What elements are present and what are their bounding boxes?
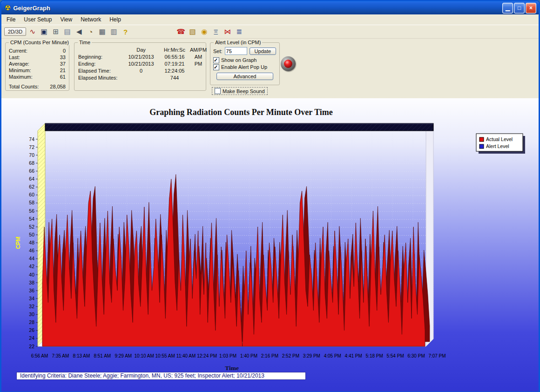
elapsed-minutes-ampm — [190, 74, 207, 81]
clock-icon[interactable]: ◔ — [85, 27, 96, 37]
scales-icon[interactable]: Ξ — [210, 27, 221, 37]
svg-text:1:03 PM: 1:03 PM — [219, 353, 236, 358]
alert-level-band — [45, 123, 433, 131]
time-header-hms: Hr:Mn:Sc — [159, 47, 190, 54]
report-icon[interactable]: ▤ — [62, 27, 73, 37]
time-groupbox: Time Day Hr:Mn:Sc AM/PM Beginning: 10/21… — [74, 42, 206, 91]
time-beginning-label: Beginning: — [78, 54, 123, 61]
alert-set-label: Set: — [213, 48, 223, 54]
svg-text:58: 58 — [29, 200, 34, 205]
phone-icon[interactable]: ☎ — [176, 27, 186, 37]
cpm-minimum-label: Minimum: — [9, 67, 31, 74]
svg-text:11:40 AM: 11:40 AM — [176, 353, 196, 358]
save-icon[interactable]: ▣ — [39, 27, 49, 37]
radiation-app-icon: ☢ — [5, 4, 11, 12]
chart-title: Graphing Radiation Counts Per Minute Ove… — [149, 108, 333, 117]
svg-text:Actual Level: Actual Level — [486, 136, 513, 142]
svg-text:40: 40 — [29, 272, 34, 277]
svg-text:52: 52 — [29, 224, 34, 230]
cpm-maximum-value: 61 — [60, 74, 66, 80]
svg-text:64: 64 — [29, 176, 34, 182]
elapsed-minutes-day — [123, 74, 159, 81]
calculator-icon[interactable]: ⊞ — [50, 27, 61, 37]
cpm-current-value: 0 — [63, 47, 66, 54]
svg-text:30: 30 — [29, 311, 34, 317]
menu-view[interactable]: View — [56, 15, 76, 24]
elapsed-time-day: 0 — [123, 68, 159, 74]
svg-text:4:05 PM: 4:05 PM — [324, 353, 341, 358]
bell-icon[interactable]: ◉ — [199, 27, 209, 37]
svg-text:48: 48 — [29, 240, 34, 245]
svg-text:10:55 AM: 10:55 AM — [155, 353, 175, 358]
time-header-day: Day — [123, 47, 159, 54]
stats-panel-area: CPM (Counts Per Minute) Current:0 Last:3… — [1, 39, 539, 98]
speaker-icon[interactable]: ◀ — [74, 27, 84, 37]
menu-help[interactable]: Help — [105, 15, 125, 24]
svg-text:46: 46 — [29, 248, 34, 253]
network-icon[interactable]: ≣ — [234, 27, 244, 37]
time-ending-hms: 07:19:21 — [159, 61, 190, 68]
chart-area: 2224262830323436384042444648505254565860… — [1, 98, 539, 392]
geigergraph-window: ☢ GeigerGraph ▁ □ × File User Setup View… — [0, 0, 540, 392]
elapsed-minutes-label: Elapsed Minutes: — [78, 74, 123, 81]
svg-text:8:51 AM: 8:51 AM — [94, 353, 111, 358]
printer-icon[interactable]: ▦ — [97, 27, 108, 37]
toolbar: 2D/3D ∿ ▣ ⊞ ▤ ◀ ◔ ▦ ▥ ? ☎ ▧ ◉ Ξ ⋈ ≣ — [1, 25, 539, 39]
svg-text:44: 44 — [29, 256, 34, 261]
ribbon-icon[interactable]: ⋈ — [222, 27, 233, 37]
alert-set-input[interactable] — [225, 47, 247, 55]
update-button[interactable]: Update — [250, 47, 276, 55]
svg-text:70: 70 — [29, 152, 34, 158]
mode-2d3d-button[interactable]: 2D/3D — [4, 27, 26, 36]
tape-icon[interactable]: ▥ — [108, 27, 119, 37]
alert-led-light — [284, 60, 292, 68]
advanced-button[interactable]: Advanced — [216, 73, 273, 80]
cpm-groupbox-title: CPM (Counts Per Minute) — [9, 40, 70, 45]
make-beep-sound-checkbox[interactable] — [215, 88, 221, 94]
help-icon[interactable]: ? — [120, 27, 131, 37]
time-beginning-ampm: AM — [190, 54, 207, 61]
time-beginning-hms: 06:55:16 — [159, 54, 190, 61]
cpm-last-label: Last: — [9, 54, 20, 61]
svg-text:6:56 AM: 6:56 AM — [31, 353, 48, 358]
svg-text:28: 28 — [29, 319, 34, 325]
enable-alert-popup-label: Enable Alert Pop Up — [221, 64, 267, 71]
menu-user-setup[interactable]: User Setup — [20, 15, 56, 24]
svg-text:2:16 PM: 2:16 PM — [261, 353, 278, 358]
show-on-graph-checkbox[interactable] — [213, 57, 219, 63]
svg-text:38: 38 — [29, 280, 34, 285]
svg-text:72: 72 — [29, 144, 34, 150]
close-button[interactable]: × — [526, 3, 536, 14]
alert-level-groupbox: Alert Level (in CPM) Set: Update Show on… — [210, 42, 280, 85]
cpm-maximum-label: Maximum: — [9, 74, 33, 80]
total-counts-value: 28,058 — [50, 84, 66, 89]
cpm-average-value: 37 — [60, 61, 66, 67]
show-on-graph-label: Show on Graph — [221, 57, 256, 64]
svg-text:74: 74 — [29, 136, 34, 142]
enable-alert-popup-checkbox[interactable] — [213, 64, 219, 70]
svg-text:42: 42 — [29, 264, 34, 269]
maximize-button[interactable]: □ — [514, 3, 525, 14]
svg-text:32: 32 — [29, 304, 34, 309]
time-beginning-day: 10/21/2013 — [123, 54, 159, 61]
svg-text:56: 56 — [29, 208, 34, 214]
window-title: GeigerGraph — [13, 5, 502, 12]
x-axis-title: Time — [225, 365, 239, 372]
svg-text:8:13 AM: 8:13 AM — [73, 353, 90, 358]
svg-text:66: 66 — [29, 168, 34, 174]
svg-text:22: 22 — [29, 344, 34, 349]
calendar-icon[interactable]: ▧ — [187, 27, 198, 37]
svg-text:6:30 PM: 6:30 PM — [407, 353, 425, 358]
svg-text:12:24 PM: 12:24 PM — [197, 353, 217, 358]
elapsed-minutes-value: 744 — [159, 74, 190, 81]
menu-file[interactable]: File — [2, 15, 20, 24]
alert-groupbox-title: Alert Level (in CPM) — [214, 40, 262, 45]
svg-text:4:41 PM: 4:41 PM — [345, 353, 362, 358]
menu-bar: File User Setup View Network Help — [1, 14, 539, 25]
waveform-icon[interactable]: ∿ — [27, 27, 38, 37]
svg-text:62: 62 — [29, 184, 34, 189]
minimize-button[interactable]: ▁ — [502, 3, 513, 14]
identifying-criteria-bar: Identifying Criteria: Diane Steele; Aggi… — [16, 372, 306, 380]
window-controls: ▁ □ × — [502, 3, 536, 14]
menu-network[interactable]: Network — [76, 15, 105, 24]
